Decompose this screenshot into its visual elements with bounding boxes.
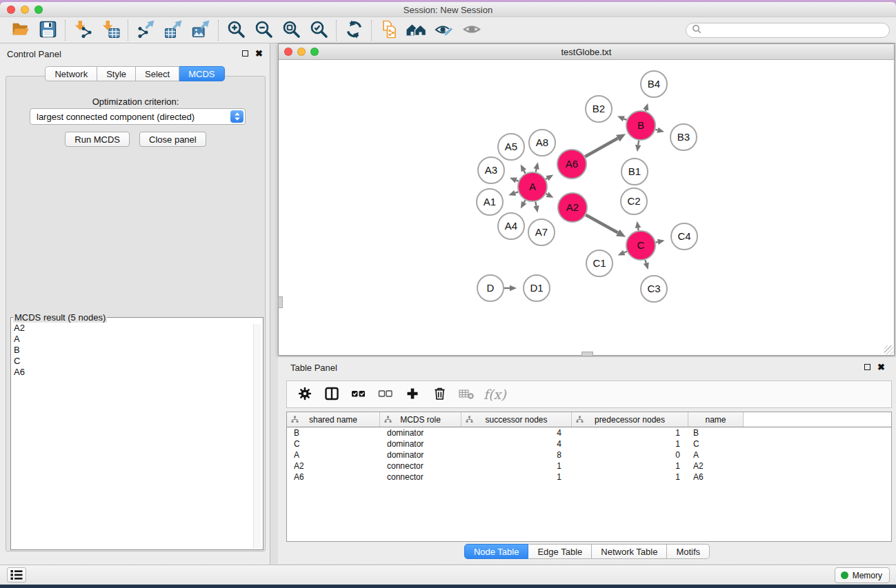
table-cell[interactable]: A6	[287, 472, 380, 482]
mcds-result-item[interactable]: A	[14, 334, 260, 345]
float-panel-icon[interactable]	[242, 50, 248, 57]
tab-mcds[interactable]: MCDS	[179, 66, 224, 81]
save-session-button[interactable]	[34, 19, 61, 42]
table-row[interactable]: A6connector11A6	[287, 472, 891, 483]
graph-node-A8[interactable]: A8	[529, 130, 555, 156]
graph-node-A6[interactable]: A6	[557, 150, 586, 179]
graph-node-B[interactable]: B	[626, 111, 655, 140]
home-button[interactable]	[403, 19, 430, 42]
table-cell[interactable]: 1	[461, 461, 572, 471]
graph-node-D[interactable]: D	[477, 275, 504, 301]
tab-edge-table[interactable]: Edge Table	[528, 544, 592, 559]
network-graph[interactable]: B4B2BB3A8A5A6A3B1AC2A1A2A4A7C4CC1DD1C3	[279, 61, 894, 355]
table-row[interactable]: Bdominator41B	[287, 427, 891, 438]
table-cell[interactable]: A	[287, 450, 380, 460]
graph-edge-B-B3[interactable]	[655, 128, 664, 133]
eye-button[interactable]	[458, 19, 486, 42]
mcds-result-item[interactable]: C	[14, 356, 260, 367]
table-cell[interactable]: dominator	[380, 428, 461, 438]
show-hide-graphics-details-button[interactable]	[430, 19, 458, 42]
graph-node-C3[interactable]: C3	[641, 276, 667, 302]
result-scrollbar[interactable]	[253, 324, 261, 548]
network-file-button[interactable]	[375, 19, 403, 42]
table-cell[interactable]: dominator	[380, 450, 461, 460]
graph-edge-C-C2[interactable]	[635, 221, 641, 231]
table-cell[interactable]: A	[688, 450, 744, 460]
tab-motifs[interactable]: Motifs	[667, 544, 710, 559]
zoom-selected-button[interactable]	[305, 19, 332, 42]
import-network-button[interactable]	[69, 19, 97, 42]
graph-edge-A2-C[interactable]	[586, 215, 626, 237]
table-cell[interactable]: B	[287, 428, 380, 438]
graph-edge-A-A7[interactable]	[533, 202, 539, 213]
graph-node-A3[interactable]: A3	[478, 157, 504, 183]
open-file-button[interactable]	[6, 19, 34, 42]
tab-select[interactable]: Select	[136, 66, 179, 81]
graph-node-C2[interactable]: C2	[621, 188, 647, 214]
task-history-button[interactable]	[7, 567, 26, 582]
close-panel-button[interactable]: Close panel	[139, 132, 206, 147]
table-cell[interactable]: A2	[287, 461, 380, 471]
search-input[interactable]	[704, 24, 889, 37]
refresh-layout-button[interactable]	[340, 19, 368, 42]
split-divider-handle-vertical[interactable]	[278, 296, 283, 308]
add-row-button[interactable]	[401, 383, 424, 405]
fx-button[interactable]: f(x)	[482, 383, 508, 405]
graph-edge-B-B1[interactable]	[635, 141, 641, 152]
graph-node-A2[interactable]: A2	[558, 193, 587, 222]
graph-node-D1[interactable]: D1	[524, 275, 550, 301]
split-divider-handle-horizontal[interactable]	[581, 352, 593, 356]
column-header-shared-name[interactable]: shared name	[287, 412, 380, 427]
table-cell[interactable]: 8	[461, 450, 572, 460]
graph-node-A4[interactable]: A4	[498, 213, 524, 239]
graph-edge-D-D1[interactable]	[504, 285, 517, 291]
graph-edge-C-C1[interactable]	[618, 250, 627, 256]
graph-edge-A-A3[interactable]	[510, 178, 519, 183]
graph-edge-A-A1[interactable]	[508, 190, 518, 196]
table-cell[interactable]: connector	[380, 461, 461, 471]
graph-edge-A-A4[interactable]	[521, 200, 526, 208]
graph-edge-C-C3[interactable]	[644, 260, 649, 270]
table-row[interactable]: Adominator80A	[287, 449, 891, 460]
graph-edge-A6-B[interactable]	[585, 134, 626, 156]
select-all-button[interactable]	[348, 383, 370, 405]
columns-button[interactable]	[321, 383, 343, 405]
graph-edge-B-B4[interactable]	[643, 103, 648, 111]
float-table-panel-icon[interactable]	[864, 364, 870, 370]
dropdown-stepper-icon[interactable]	[230, 110, 243, 123]
tab-network[interactable]: Network	[45, 66, 97, 81]
graph-node-C4[interactable]: C4	[671, 223, 697, 250]
gear-button[interactable]	[294, 383, 316, 405]
export-image-button[interactable]	[187, 19, 215, 42]
table-cell[interactable]: connector	[380, 472, 461, 482]
graph-edge-A-A5[interactable]	[521, 165, 526, 174]
tab-node-table[interactable]: Node Table	[464, 544, 529, 559]
export-network-button[interactable]	[132, 19, 159, 42]
import-table-button[interactable]	[97, 19, 124, 42]
network-window-titlebar[interactable]: testGlobe.txt	[279, 44, 894, 60]
graph-edge-C-C4[interactable]	[656, 239, 665, 245]
column-header-successor-nodes[interactable]: successor nodes	[461, 412, 572, 427]
table-row[interactable]: A2connector11A2	[287, 460, 891, 472]
graph-edge-B-B2[interactable]	[617, 116, 627, 121]
table-cell[interactable]: 4	[461, 428, 572, 438]
graph-node-B3[interactable]: B3	[670, 124, 697, 150]
graph-node-C[interactable]: C	[626, 231, 655, 260]
table-cell[interactable]: dominator	[380, 439, 461, 449]
graph-edge-A-A8[interactable]	[534, 162, 539, 172]
table-cell[interactable]: 1	[572, 439, 688, 449]
memory-button[interactable]: Memory	[835, 567, 890, 583]
graph-node-A7[interactable]: A7	[528, 219, 555, 245]
table-cell[interactable]: 4	[461, 439, 572, 449]
zoom-in-button[interactable]	[222, 19, 250, 42]
table-cell[interactable]: C	[287, 439, 380, 449]
deselect-all-button[interactable]	[375, 383, 397, 405]
table-cell[interactable]: 1	[572, 428, 688, 438]
table-row[interactable]: Cdominator41C	[287, 438, 891, 449]
tab-style[interactable]: Style	[97, 66, 136, 81]
network-minimize-icon[interactable]	[297, 48, 306, 56]
graph-node-A5[interactable]: A5	[498, 134, 524, 160]
column-header-predecessor-nodes[interactable]: predecessor nodes	[572, 412, 688, 427]
table-cell[interactable]: 1	[461, 472, 572, 482]
table-cell[interactable]: 1	[572, 472, 688, 482]
